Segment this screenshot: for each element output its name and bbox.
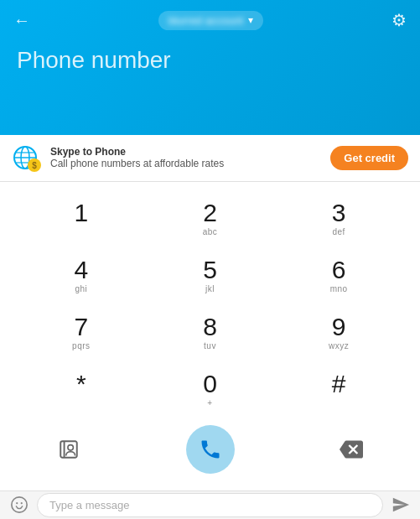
send-icon[interactable] — [391, 496, 410, 514]
dialpad: 1 2 abc 3 def 4 ghi 5 jkl 6 mno — [0, 182, 420, 490]
dial-key-2[interactable]: 2 abc — [146, 190, 275, 247]
promo-left: $ Skype to Phone Call phone numbers at a… — [12, 143, 224, 173]
account-selector[interactable]: blurred account ▾ — [158, 11, 264, 30]
message-bar: Type a message — [0, 490, 420, 519]
get-credit-button[interactable]: Get credit — [330, 146, 408, 170]
promo-text: Skype to Phone Call phone numbers at aff… — [50, 146, 224, 169]
contacts-button[interactable] — [50, 431, 87, 468]
promo-title: Skype to Phone — [50, 146, 224, 158]
page-title: Phone number — [13, 47, 407, 74]
backspace-button[interactable] — [333, 431, 370, 468]
dial-key-6[interactable]: 6 mno — [274, 247, 403, 304]
contacts-icon — [58, 439, 80, 460]
message-input[interactable]: Type a message — [37, 493, 383, 517]
dial-key-9[interactable]: 9 wxyz — [274, 304, 403, 361]
action-bar — [17, 418, 403, 484]
svg-point-10 — [12, 497, 27, 512]
header-area: ← blurred account ▾ ⚙ Phone number — [0, 0, 420, 135]
dialpad-grid: 1 2 abc 3 def 4 ghi 5 jkl 6 mno — [17, 190, 403, 418]
dial-key-5[interactable]: 5 jkl — [146, 247, 275, 304]
dial-key-0[interactable]: 0 + — [146, 361, 275, 418]
skype-to-phone-icon: $ — [12, 143, 42, 173]
header-top-bar: ← blurred account ▾ ⚙ — [13, 10, 407, 30]
svg-point-9 — [68, 444, 74, 450]
dial-key-1[interactable]: 1 — [17, 190, 146, 247]
emoji-icon[interactable] — [10, 496, 29, 514]
call-button[interactable] — [186, 425, 235, 474]
promo-banner: $ Skype to Phone Call phone numbers at a… — [0, 135, 420, 182]
chevron-down-icon: ▾ — [248, 14, 253, 26]
call-icon — [199, 438, 222, 461]
dial-key-hash[interactable]: # — [274, 361, 403, 418]
dial-key-4[interactable]: 4 ghi — [17, 247, 146, 304]
dial-key-3[interactable]: 3 def — [274, 190, 403, 247]
app-container: ← blurred account ▾ ⚙ Phone number $ — [0, 0, 420, 519]
dial-key-star[interactable]: * — [17, 361, 146, 418]
svg-text:$: $ — [32, 161, 37, 170]
promo-subtitle: Call phone numbers at affordable rates — [50, 158, 224, 169]
svg-point-11 — [16, 502, 18, 504]
dial-key-7[interactable]: 7 pqrs — [17, 304, 146, 361]
settings-icon[interactable]: ⚙ — [391, 10, 407, 30]
dial-key-8[interactable]: 8 tuv — [146, 304, 275, 361]
svg-point-12 — [21, 502, 23, 504]
backspace-icon — [340, 438, 363, 461]
account-name-label: blurred account — [169, 14, 244, 27]
back-button[interactable]: ← — [13, 11, 30, 30]
